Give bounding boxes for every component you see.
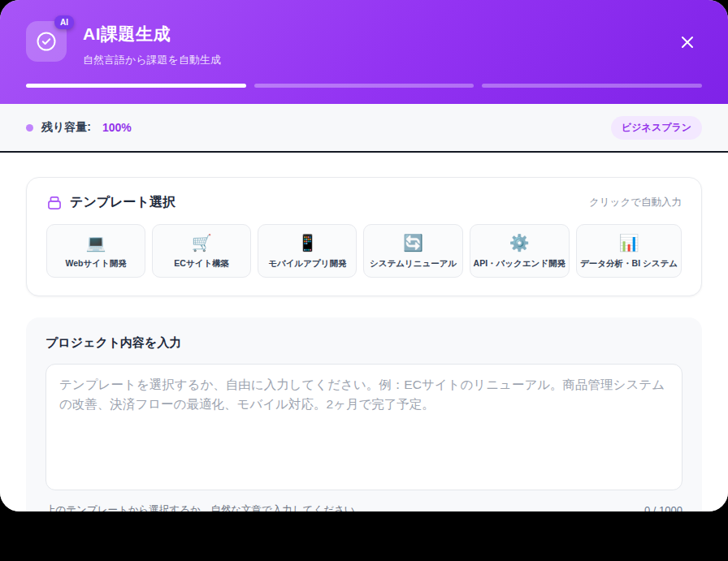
wizard-progress [26, 84, 702, 88]
close-icon [680, 35, 695, 50]
gear-icon: ⚙️ [474, 233, 566, 252]
header-row: AI AI課題生成 自然言語から課題を自動生成 [26, 21, 702, 67]
progress-segment-2 [254, 84, 474, 88]
template-grid: 💻 Webサイト開発 🛒 ECサイト構築 📱 モバイルアプリ開発 🔄 システムリ… [46, 224, 682, 278]
input-helper-text: 上のテンプレートから選択するか、自然な文章で入力してください [46, 503, 355, 511]
capacity-value: 100% [102, 121, 132, 134]
archive-box-icon [46, 195, 63, 211]
progress-segment-3 [482, 84, 702, 88]
template-label: システムリニューアル [367, 258, 458, 270]
modal-title: AI課題生成 [83, 23, 221, 45]
capacity-bar: 残り容量: 100% ビジネスプラン [0, 104, 728, 153]
char-counter: 0 / 1000 [644, 504, 682, 511]
mobile-phone-icon: 📱 [262, 233, 353, 252]
ai-badge: AI [54, 15, 74, 29]
template-label: Webサイト開発 [50, 258, 141, 270]
template-label: API・バックエンド開発 [474, 258, 566, 270]
ai-task-generation-modal: AI AI課題生成 自然言語から課題を自動生成 残り容量: 100% ビジネスプ… [0, 0, 728, 511]
shopping-cart-icon: 🛒 [156, 233, 247, 252]
capacity-label: 残り容量: [41, 120, 91, 135]
project-input-title: プロジェクト内容を入力 [46, 335, 682, 351]
modal-subtitle: 自然言語から課題を自動生成 [83, 53, 221, 67]
input-footer: 上のテンプレートから選択するか、自然な文章で入力してください 0 / 1000 [46, 503, 682, 511]
template-card-head: テンプレート選択 クリックで自動入力 [46, 194, 682, 211]
template-button-ecommerce[interactable]: 🛒 ECサイト構築 [152, 224, 251, 278]
plan-badge: ビジネスプラン [611, 116, 702, 140]
close-button[interactable] [676, 31, 699, 54]
template-button-system-renewal[interactable]: 🔄 システムリニューアル [363, 224, 462, 278]
capacity-info: 残り容量: 100% [26, 120, 132, 135]
template-button-api-backend[interactable]: ⚙️ API・バックエンド開発 [470, 224, 570, 278]
capacity-dot-icon [26, 124, 33, 132]
template-section-title: テンプレート選択 [70, 194, 176, 211]
template-label: モバイルアプリ開発 [262, 258, 353, 270]
app-icon-wrap: AI [26, 21, 67, 62]
refresh-icon: 🔄 [367, 233, 458, 252]
title-block: AI課題生成 自然言語から課題を自動生成 [83, 21, 221, 67]
progress-segment-1 [26, 84, 246, 88]
template-card-title-group: テンプレート選択 [46, 194, 176, 211]
template-button-data-analysis[interactable]: 📊 データ分析・BI システム [576, 224, 682, 278]
template-button-mobile-app[interactable]: 📱 モバイルアプリ開発 [258, 224, 357, 278]
project-description-textarea[interactable] [46, 364, 682, 490]
project-input-card: プロジェクト内容を入力 上のテンプレートから選択するか、自然な文章で入力してくだ… [26, 317, 702, 511]
template-button-website[interactable]: 💻 Webサイト開発 [46, 224, 145, 278]
template-selection-card: テンプレート選択 クリックで自動入力 💻 Webサイト開発 🛒 ECサイト構築 … [26, 177, 702, 296]
template-section-hint: クリックで自動入力 [589, 196, 682, 209]
bar-chart-icon: 📊 [580, 233, 678, 252]
modal-body: テンプレート選択 クリックで自動入力 💻 Webサイト開発 🛒 ECサイト構築 … [0, 153, 728, 511]
laptop-icon: 💻 [50, 233, 141, 252]
template-label: データ分析・BI システム [580, 258, 678, 270]
template-label: ECサイト構築 [156, 258, 247, 270]
modal-header: AI AI課題生成 自然言語から課題を自動生成 [0, 0, 728, 104]
